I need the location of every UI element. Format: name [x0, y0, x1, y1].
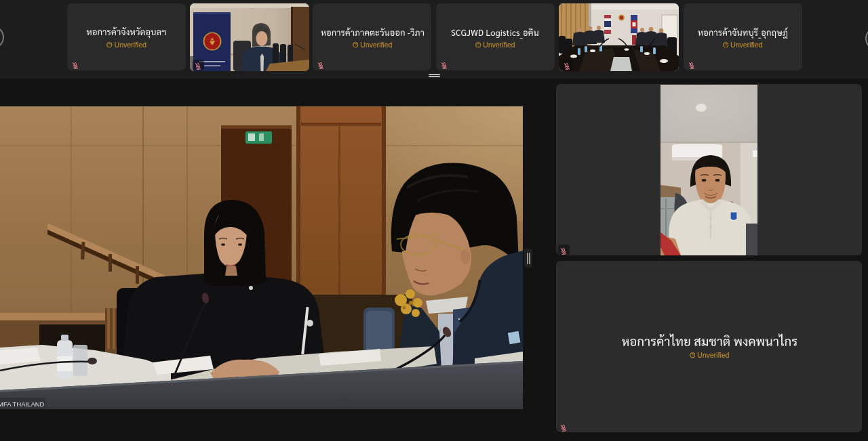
svg-text:?: ?	[108, 43, 111, 47]
svg-text:?: ?	[724, 43, 727, 47]
svg-text:?: ?	[477, 43, 479, 47]
svg-text:?: ?	[354, 43, 357, 47]
svg-text:MFA THAILAND: MFA THAILAND	[0, 400, 45, 408]
svg-text:?: ?	[691, 354, 694, 358]
